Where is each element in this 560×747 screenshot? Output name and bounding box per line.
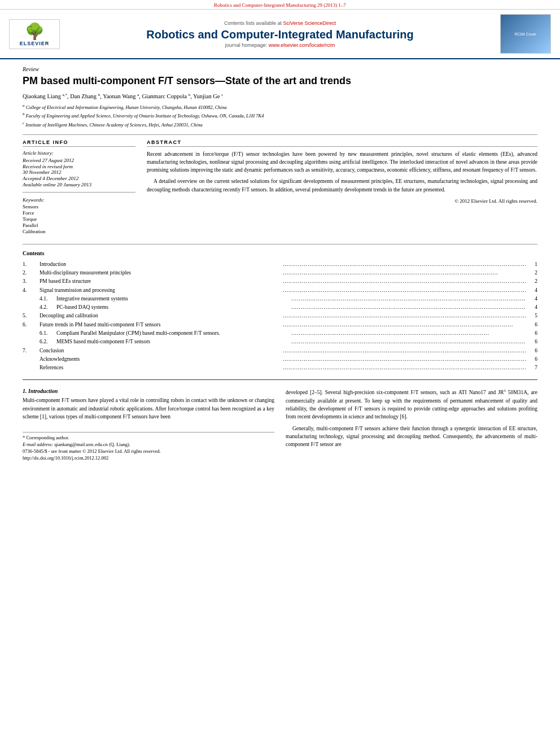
toc-item-7: 7. Conclusion ..........................… <box>23 347 537 355</box>
footnote-corresponding: * Corresponding author. <box>23 435 274 440</box>
accepted-date: Accepted 4 December 2012 <box>23 176 135 181</box>
elsevier-logo: 🌳 ELSEVIER <box>9 19 60 49</box>
kw-3: Torque <box>23 216 135 222</box>
received-date: Received 27 August 2012 <box>23 158 135 163</box>
toc-item-4: 4. Signal transmission and processing ..… <box>23 287 537 294</box>
toc-item-ref: References .............................… <box>23 364 537 372</box>
toc-item-ack: Acknowledgments ........................… <box>23 356 537 363</box>
history-label: Article history: <box>23 150 135 156</box>
online-date: Available online 20 January 2013 <box>23 182 135 187</box>
article-section-label: Review <box>23 66 537 72</box>
kw-2: Force <box>23 210 135 216</box>
authors-line: Qiaokang Liang a,*, Dan Zhang b, Yaonan … <box>23 92 537 99</box>
footnote-email: E-mail address: qiankang@mail.ustc.edu.c… <box>23 442 274 447</box>
article-info-header: ARTICLE INFO <box>23 139 135 147</box>
body-right-col: developed [2–5]. Several high-precision … <box>286 388 537 462</box>
journal-title-center: Contents lists available at SciVerse Sci… <box>60 20 500 48</box>
intro-right-para2: Generally, multi-component F/T sensors a… <box>286 425 537 449</box>
intro-body-right: developed [2–5]. Several high-precision … <box>286 388 537 448</box>
toc-item-4-2: 4.2. PC-based DAQ systems ..............… <box>23 304 537 311</box>
author-3: Yaonan Wang a <box>103 93 139 99</box>
abstract-para-2: A detailed overview on the current selec… <box>147 177 537 194</box>
author-1: Qiaokang Liang a,* <box>23 93 67 99</box>
journal-top-bar: Robotics and Computer-Integrated Manufac… <box>0 0 560 10</box>
homepage-url[interactable]: www.elsevier.com/locate/rcim <box>269 42 335 48</box>
article-info-column: ARTICLE INFO Article history: Received 2… <box>23 139 135 235</box>
abstract-header: ABSTRACT <box>147 139 537 147</box>
article-history: Article history: Received 27 August 2012… <box>23 150 135 187</box>
intro-left-para: Multi-component F/T sensors have played … <box>23 396 274 421</box>
toc-item-6-1: 6.1. Compliant Parallel Manipulator (CPM… <box>23 330 537 337</box>
author-4: Gianmarc Coppola b <box>142 93 190 99</box>
body-section: 1. Introduction Multi-component F/T sens… <box>23 388 537 462</box>
abstract-column: ABSTRACT Recent advancement in force/tor… <box>147 139 537 235</box>
main-content: Review PM based multi-component F/T sens… <box>0 59 560 469</box>
contents-available-line: Contents lists available at SciVerse Sci… <box>60 20 500 26</box>
toc-item-5: 5. Decoupling and calibration ..........… <box>23 312 537 320</box>
journal-main-title: Robotics and Computer-Integrated Manufac… <box>60 28 500 41</box>
intro-title: Introduction <box>28 388 58 394</box>
kw-4: Parallel <box>23 222 135 228</box>
homepage-line: journal homepage: www.elsevier.com/locat… <box>60 42 500 48</box>
author-5: Yunjian Ge c <box>193 93 223 99</box>
intro-body-left: Multi-component F/T sensors have played … <box>23 396 274 421</box>
email-address: qiankang@mail.ustc.edu.cn (Q. Liang). <box>54 442 130 447</box>
toc-item-4-1: 4.1. Integrative measurement systems ...… <box>23 295 537 303</box>
kw-1: Sensors <box>23 204 135 209</box>
sciverse-link[interactable]: SciVerse ScienceDirect <box>283 20 336 26</box>
intro-right-para1: developed [2–5]. Several high-precision … <box>286 388 537 421</box>
intro-num: 1. <box>23 388 27 394</box>
contents-label: Contents lists available at <box>224 20 282 26</box>
author-2: Dan Zhang b <box>70 93 100 99</box>
abstract-text: Recent advancement in force/torque (F/T)… <box>147 150 537 194</box>
footnote-section: * Corresponding author. E-mail address: … <box>23 432 274 461</box>
toc-item-6-2: 6.2. MEMS based multi-component F/T sens… <box>23 338 537 346</box>
toc-item-3: 3. PM based EEs structure ..............… <box>23 278 537 285</box>
body-left-col: 1. Introduction Multi-component F/T sens… <box>23 388 274 462</box>
contents-title: Contents <box>23 250 537 256</box>
keywords-section: Keywords: Sensors Force Torque Parallel … <box>23 197 135 234</box>
section-divider <box>23 379 537 380</box>
footnote-doi: http://dx.doi.org/10.1016/j.rcim.2012.12… <box>23 455 274 461</box>
elsevier-name: ELSEVIER <box>12 41 57 46</box>
toc-item-6: 6. Future trends in PM based multi-compo… <box>23 321 537 329</box>
journal-cover-image: RCIM Cover <box>500 14 551 54</box>
footnote-issn: 0736-5845/$ - see front matter © 2012 El… <box>23 448 274 454</box>
copyright-line: © 2012 Elsevier Ltd. All rights reserved… <box>147 198 537 204</box>
contents-section: Contents 1. Introduction ...............… <box>23 244 537 372</box>
journal-header: 🌳 ELSEVIER Contents lists available at S… <box>0 10 560 59</box>
divider-1 <box>23 134 537 135</box>
article-title: PM based multi-component F/T sensors—Sta… <box>23 75 537 88</box>
info-abstract-section: ARTICLE INFO Article history: Received 2… <box>23 139 537 235</box>
tree-icon: 🌳 <box>12 22 57 41</box>
affil-a: a College of Electrical and Information … <box>23 103 537 111</box>
affiliations: a College of Electrical and Information … <box>23 103 537 129</box>
divider-kw <box>23 192 135 193</box>
keywords-label: Keywords: <box>23 197 135 203</box>
toc-item-2: 2. Multi-disciplinary measurement princi… <box>23 269 537 277</box>
toc-item-1: 1. Introduction ........................… <box>23 261 537 268</box>
revised-date: Received in revised form30 November 2012 <box>23 164 135 175</box>
affil-b: b Faculty of Engineering and Applied Sci… <box>23 111 537 120</box>
abstract-para-1: Recent advancement in force/torque (F/T)… <box>147 150 537 174</box>
journal-citation: Robotics and Computer-Integrated Manufac… <box>214 2 346 8</box>
affil-c: c Institute of Intelligent Machines, Chi… <box>23 120 537 129</box>
kw-5: Calibration <box>23 229 135 234</box>
intro-heading: 1. Introduction <box>23 388 274 394</box>
homepage-label: journal homepage: <box>225 42 268 48</box>
email-label: E-mail address: <box>23 442 53 447</box>
